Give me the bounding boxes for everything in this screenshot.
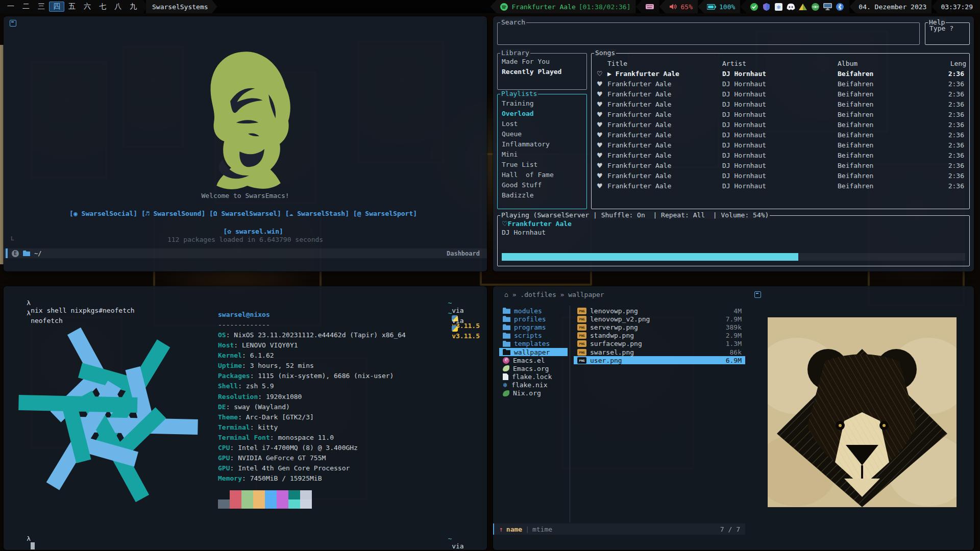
playlist-item[interactable]: True List [498, 160, 586, 170]
file-row[interactable]: lenovowp.png 4M [574, 307, 745, 315]
dashboard-link[interactable]: [☁ SwarselStash] [285, 210, 349, 217]
song-row[interactable]: ♡ ▶ Frankfurter Aale DJ Hornhaut Beifahr… [592, 69, 969, 79]
file-row[interactable]: user.png 6.9M [574, 356, 745, 364]
song-row[interactable]: ♥ Frankfurter Aale DJ Hornhaut Beifahren… [592, 89, 969, 99]
dir-row[interactable]: profiles [499, 315, 568, 323]
song-row[interactable]: ♥ Frankfurter Aale DJ Hornhaut Beifahren… [592, 79, 969, 89]
volume-widget[interactable]: 65% [659, 0, 698, 13]
heart-icon[interactable]: ♥ [597, 140, 603, 151]
song-row[interactable]: ♥ Frankfurter Aale DJ Hornhaut Beifahren… [592, 161, 969, 171]
sphere-icon[interactable] [811, 2, 820, 11]
heart-icon[interactable]: ♥ [597, 161, 603, 171]
now-playing-widget[interactable]: Frankfurter Aale [01:38/02:36] [491, 0, 636, 13]
file-row[interactable]: serverwp.png 389k [574, 323, 745, 331]
heart-icon[interactable]: ♥ [597, 151, 603, 161]
songs-header-album[interactable]: Album [838, 59, 857, 69]
heart-icon[interactable]: ♥ [597, 120, 603, 130]
emacs-tab-icon[interactable] [10, 20, 16, 27]
shield-icon[interactable] [762, 2, 771, 11]
heart-icon[interactable]: ♥ [597, 79, 603, 89]
workspace-button[interactable]: 六 [80, 2, 95, 12]
dir-row[interactable]: flake.lock [499, 373, 568, 381]
playlist-item[interactable]: Mini [498, 149, 586, 160]
search-box[interactable]: Search [497, 22, 920, 45]
workspace-button[interactable]: 八 [110, 2, 126, 12]
workspace-button[interactable]: 三 [34, 2, 49, 12]
heart-icon[interactable]: ♥ [597, 110, 603, 120]
dir-row[interactable]: flake.nix [499, 381, 568, 389]
breadcrumb[interactable]: ⌂ » .dotfiles » wallpaper [504, 291, 604, 298]
playlist-item[interactable]: Inflammatory [498, 139, 586, 149]
song-row[interactable]: ♥ Frankfurter Aale DJ Hornhaut Beifahren… [592, 120, 969, 130]
playlist-item[interactable]: Lost [498, 119, 586, 129]
home-icon[interactable]: ⌂ [504, 291, 508, 298]
workspace-button[interactable]: 五 [64, 2, 80, 12]
display-icon[interactable] [823, 2, 832, 11]
song-row[interactable]: ♥ Frankfurter Aale DJ Hornhaut Beifahren… [592, 110, 969, 120]
dashboard-link[interactable]: [Ω SwarselSwarsel] [209, 210, 281, 217]
sort-direction-icon[interactable]: ↑ [499, 525, 503, 533]
file-row[interactable]: surfacewp.png 1.3M [574, 340, 745, 348]
playlist-item[interactable]: Training [498, 98, 586, 109]
heart-icon[interactable]: ♥ [597, 89, 603, 99]
playlist-item[interactable]: Queue [498, 129, 586, 139]
tent-icon[interactable] [798, 2, 807, 11]
dashboard-link[interactable]: [◉ SwarselSocial] [69, 210, 137, 217]
file-row[interactable]: swarsel.png 86k [574, 348, 745, 356]
heart-icon[interactable]: ♡ [597, 69, 603, 79]
library-item[interactable]: Recently Played [498, 67, 586, 77]
playlist-item[interactable]: Overload [498, 109, 586, 119]
library-item[interactable]: Made For You [498, 57, 586, 67]
dir-row[interactable]: Emacs.org [499, 364, 568, 372]
playlist-item[interactable]: Good Stuff [498, 180, 586, 190]
heart-icon[interactable]: ♥ [597, 130, 603, 140]
song-row[interactable]: ♥ Frankfurter Aale DJ Hornhaut Beifahren… [592, 99, 969, 110]
dashboard-link[interactable]: [♬ SwarselSound] [141, 210, 205, 217]
breadcrumb-current[interactable]: wallpaper [568, 291, 604, 298]
sort-alt-key[interactable]: mtime [532, 525, 552, 533]
songs-header-length[interactable]: Leng [950, 59, 966, 69]
dir-row[interactable]: Nix.org [499, 389, 568, 397]
keyboard-widget[interactable] [636, 0, 659, 13]
bluetooth-icon[interactable] [835, 2, 844, 11]
preview-tab-icon[interactable] [754, 291, 761, 298]
date-widget[interactable]: 04. Dezember 2023 [849, 0, 932, 13]
dir-row[interactable]: modules [499, 307, 568, 315]
dashboard-link-home[interactable]: [✿ swarsel.win] [223, 228, 283, 235]
clock-widget[interactable]: 03:37:29 [932, 0, 980, 13]
checkmark-icon[interactable] [749, 2, 758, 11]
dir-row[interactable]: Emacs.el [499, 356, 568, 364]
playlist-item[interactable]: Hall of Fame [498, 170, 586, 180]
playlist-item[interactable]: Badizzle [498, 190, 586, 201]
dir-row[interactable]: scripts [499, 332, 568, 340]
snowflake-tile-icon[interactable]: ❄ [774, 2, 783, 11]
heart-icon[interactable]: ♥ [597, 181, 603, 191]
song-row[interactable]: ♥ Frankfurter Aale DJ Hornhaut Beifahren… [592, 171, 969, 181]
terminal-cursor[interactable] [31, 542, 35, 549]
workspace-button[interactable]: 二 [18, 2, 34, 12]
dashboard-link[interactable]: [@ SwarselSport] [353, 210, 417, 217]
heart-outline-icon[interactable]: ♡ [502, 220, 508, 228]
songs-header-title[interactable]: Title [607, 59, 627, 69]
song-row[interactable]: ♥ Frankfurter Aale DJ Hornhaut Beifahren… [592, 151, 969, 161]
progress-bar[interactable] [502, 253, 965, 261]
song-row[interactable]: ♥ Frankfurter Aale DJ Hornhaut Beifahren… [592, 181, 969, 191]
heart-icon[interactable]: ♥ [597, 99, 603, 110]
file-row[interactable]: standwp.png 2.9M [574, 332, 745, 340]
workspace-button[interactable]: 七 [95, 2, 110, 12]
dir-row[interactable]: programs [499, 323, 568, 331]
breadcrumb-parent[interactable]: .dotfiles [520, 291, 556, 298]
battery-widget[interactable]: 100% [698, 0, 740, 13]
sort-key[interactable]: name [506, 525, 522, 533]
workspace-button[interactable]: 一 [3, 2, 18, 12]
workspace-button[interactable]: 四 [49, 2, 64, 12]
song-row[interactable]: ♥ Frankfurter Aale DJ Hornhaut Beifahren… [592, 140, 969, 151]
heart-icon[interactable]: ♥ [597, 171, 603, 181]
file-row[interactable]: lenovowp_v2.png 7.9M [574, 315, 745, 323]
song-row[interactable]: ♥ Frankfurter Aale DJ Hornhaut Beifahren… [592, 130, 969, 140]
dir-row[interactable]: wallpaper [499, 348, 568, 356]
discord-icon[interactable] [786, 2, 795, 11]
songs-header-artist[interactable]: Artist [722, 59, 746, 69]
workspace-button[interactable]: 九 [126, 2, 141, 12]
dir-row[interactable]: templates [499, 340, 568, 348]
